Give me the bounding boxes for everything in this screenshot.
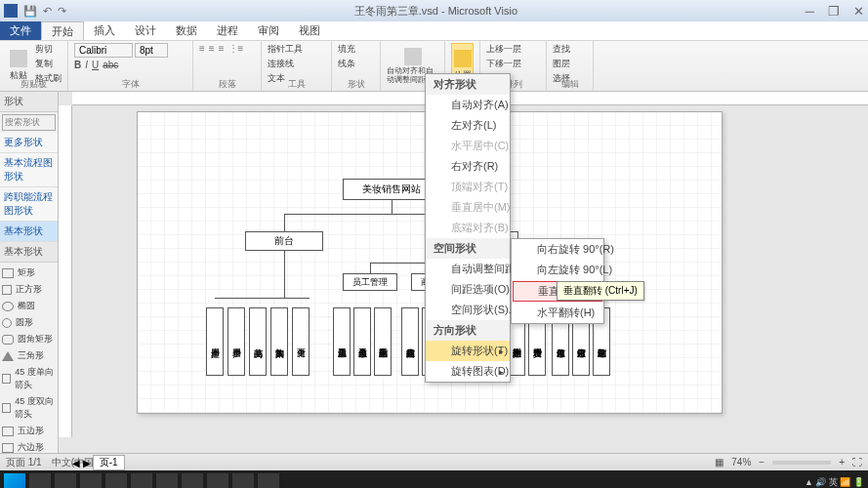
node-leaf[interactable]: 用户注册	[206, 307, 224, 376]
taskbar-app[interactable]	[55, 473, 76, 488]
node-front[interactable]: 前台	[245, 231, 323, 251]
redo-icon[interactable]: ↷	[58, 5, 66, 18]
node-leaf[interactable]: 用户登录	[227, 307, 245, 376]
group-edit-label: 编辑	[547, 78, 593, 91]
tab-design[interactable]: 设计	[125, 21, 166, 40]
menu-space-shapes[interactable]: 空间形状(S)...	[426, 300, 510, 320]
group-clipboard-label: 剪贴板	[0, 78, 67, 91]
page-nav[interactable]: ◀ ▶	[72, 458, 91, 468]
shape-search-input[interactable]: 搜索形状	[2, 114, 56, 131]
shape-item[interactable]: 矩形	[2, 264, 56, 281]
taskbar-app[interactable]	[207, 473, 228, 488]
font-family-select[interactable]: Calibri	[74, 43, 133, 58]
minimize-button[interactable]: ─	[806, 4, 814, 19]
zoom-in-icon[interactable]: +	[839, 457, 845, 468]
menu-align-top[interactable]: 顶端对齐(T)	[426, 177, 510, 197]
cut-button[interactable]: 剪切	[35, 43, 62, 56]
save-icon[interactable]: 💾	[23, 5, 37, 18]
shape-item[interactable]: 三角形	[2, 347, 56, 364]
tab-review[interactable]: 审阅	[248, 21, 289, 40]
shape-cat-crossfunc[interactable]: 跨职能流程图形状	[0, 187, 58, 222]
tab-process[interactable]: 进程	[207, 21, 248, 40]
copy-button[interactable]: 复制	[35, 58, 62, 70]
shape-item[interactable]: 45 度双向箭头	[2, 393, 56, 423]
page-tab-1[interactable]: 页-1	[93, 455, 125, 470]
taskbar-app[interactable]	[29, 473, 51, 488]
shape-item[interactable]: 六边形	[2, 439, 56, 453]
menu-flip-horizontal[interactable]: 水平翻转(H)	[512, 303, 603, 323]
menu-auto-space[interactable]: 自动调整间距(S)...	[426, 259, 510, 279]
menu-rotate-right[interactable]: 向右旋转 90°(R)	[512, 239, 603, 260]
shape-item[interactable]: 圆角矩形	[2, 331, 56, 347]
tab-home[interactable]: 开始	[41, 21, 84, 40]
node-leaf[interactable]: 加入购物车	[270, 307, 288, 376]
shape-cat-basic[interactable]: 基本形状	[0, 222, 58, 242]
start-button[interactable]	[4, 473, 25, 488]
node-leaf[interactable]: 员工信息修改	[353, 307, 371, 376]
shape-cat-basic-flow[interactable]: 基本流程图形状	[0, 153, 58, 187]
shape-item[interactable]: 正方形	[2, 281, 56, 298]
tab-insert[interactable]: 插入	[84, 21, 125, 40]
layers-button[interactable]: 图层	[553, 58, 570, 70]
restore-button[interactable]: ❐	[828, 4, 840, 19]
menu-auto-align[interactable]: 自动对齐(A)	[426, 95, 510, 115]
undo-icon[interactable]: ↶	[43, 5, 52, 18]
tab-view[interactable]: 视图	[289, 21, 330, 40]
taskbar-app[interactable]	[258, 473, 279, 488]
menu-align-bottom[interactable]: 底端对齐(B)	[426, 218, 510, 238]
pointer-tool-button[interactable]: 指针工具	[268, 43, 303, 56]
connector-tool-button[interactable]: 连接线	[268, 58, 303, 70]
taskbar-app[interactable]	[232, 473, 254, 488]
shape-item[interactable]: 椭圆	[2, 298, 56, 314]
fill-button[interactable]: 填充	[338, 43, 355, 56]
bold-button[interactable]: B	[74, 60, 81, 70]
system-tray[interactable]: ▲ 🔊 英 📶 🔋	[805, 476, 864, 489]
font-size-select[interactable]: 8pt	[135, 43, 168, 58]
group-paragraph-label: 段落	[193, 78, 261, 91]
strike-button[interactable]: abc	[103, 60, 118, 70]
shape-cat-more[interactable]: 更多形状	[0, 133, 58, 153]
app-icon	[4, 4, 18, 18]
position-dropdown: 对齐形状 自动对齐(A) 左对齐(L) 水平居中(C) 右对齐(R) 顶端对齐(…	[425, 73, 511, 383]
menu-rotate-shapes[interactable]: 旋转形状(T)	[426, 341, 510, 361]
line-button[interactable]: 线条	[338, 58, 355, 70]
node-leaf[interactable]: 下单支付	[292, 307, 310, 376]
tab-file[interactable]: 文件	[0, 21, 41, 40]
taskbar-app[interactable]	[80, 473, 102, 488]
italic-button[interactable]: I	[85, 60, 88, 70]
node-cat[interactable]: 员工管理	[343, 273, 397, 291]
menu-space-options[interactable]: 间距选项(O)...	[426, 279, 510, 300]
shape-list: 矩形 正方形 椭圆 圆形 圆角矩形 三角形 45 度单向箭头 45 度双向箭头 …	[0, 263, 58, 453]
menu-rotate-diagram[interactable]: 旋转图表(D)	[426, 361, 510, 382]
group-font-label: 字体	[68, 78, 192, 91]
menu-align-left[interactable]: 左对齐(L)	[426, 115, 510, 136]
find-button[interactable]: 查找	[553, 43, 570, 56]
node-leaf[interactable]: 员工信息删除	[374, 307, 392, 376]
menu-align-middle[interactable]: 垂直居中(M)	[426, 197, 510, 218]
taskbar-app[interactable]	[105, 473, 127, 488]
group-shape-label: 形状	[332, 78, 380, 91]
tab-data[interactable]: 数据	[166, 21, 207, 40]
node-leaf[interactable]: 商品信息搜索	[401, 307, 419, 376]
taskbar-app[interactable]	[156, 473, 178, 488]
zoom-level[interactable]: 74%	[731, 457, 751, 468]
node-leaf[interactable]: 员工信息添加	[333, 307, 351, 376]
menu-align-right[interactable]: 右对齐(R)	[426, 156, 510, 177]
view-mode-icon[interactable]: ▦	[715, 457, 723, 468]
shape-item[interactable]: 圆形	[2, 314, 56, 331]
shape-item[interactable]: 45 度单向箭头	[2, 364, 56, 393]
bring-forward-button[interactable]: 上移一层	[486, 43, 521, 56]
node-leaf[interactable]: 商品浏览	[249, 307, 267, 376]
taskbar-app[interactable]	[182, 473, 203, 488]
close-button[interactable]: ✕	[853, 4, 864, 19]
menu-align-center-h[interactable]: 水平居中(C)	[426, 136, 510, 156]
send-backward-button[interactable]: 下移一层	[486, 58, 521, 70]
zoom-out-icon[interactable]: −	[759, 457, 765, 468]
taskbar-app[interactable]	[131, 473, 152, 488]
status-bar: 页面 1/1 中文(中国) ▦ 74% − + ⛶	[0, 453, 868, 470]
zoom-slider[interactable]	[772, 461, 831, 465]
fit-page-icon[interactable]: ⛶	[852, 457, 862, 468]
underline-button[interactable]: U	[92, 60, 99, 70]
shape-item[interactable]: 五边形	[2, 423, 56, 439]
menu-rotate-left[interactable]: 向左旋转 90°(L)	[512, 260, 603, 280]
